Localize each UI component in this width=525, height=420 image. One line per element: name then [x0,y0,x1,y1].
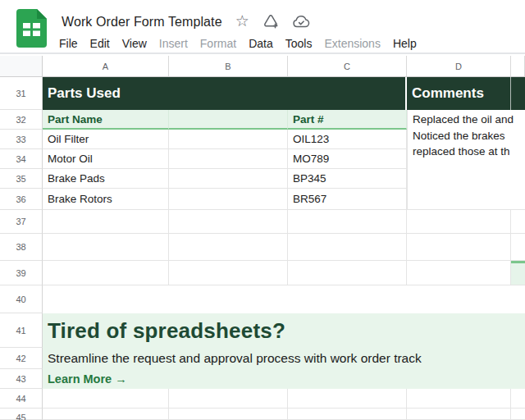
learn-more-link[interactable]: Learn More → [43,369,525,389]
cell-d37[interactable] [407,210,511,234]
row-39-empty: 39 [0,261,525,285]
cell-e44[interactable] [511,389,525,409]
cell-a44[interactable] [43,389,169,409]
row-38-empty: 38 [0,234,525,261]
row-header-38[interactable]: 38 [0,234,43,261]
cell-b39[interactable] [169,261,288,285]
cell-e31[interactable] [511,77,525,110]
cell-a37[interactable] [43,210,169,234]
menu-data[interactable]: Data [247,37,275,50]
cell-a39[interactable] [43,261,169,285]
sheets-logo[interactable] [16,9,47,48]
cell-b38[interactable] [169,234,288,261]
cell-part-name[interactable]: Brake Rotors [43,189,169,210]
cell-b32[interactable] [169,110,288,130]
column-header-e[interactable] [511,56,525,77]
row-header-32[interactable]: 32 [0,110,43,130]
promo-body[interactable]: Streamline the request and approval proc… [43,348,525,369]
promo-heading[interactable]: Tired of spreadsheets? [43,313,525,348]
cell-d45[interactable] [407,409,511,420]
row-41-promo-heading: 41 Tired of spreadsheets? [0,313,525,348]
cell-c38[interactable] [288,234,407,261]
cell-e39-green[interactable] [511,261,525,285]
menu-view[interactable]: View [121,37,148,50]
row-37-empty: 37 [0,210,525,234]
row-43-promo-cta: 43 Learn More → [0,369,525,389]
toolbar-divider [0,52,525,54]
cell-c44[interactable] [288,389,407,409]
cell-c39[interactable] [288,261,407,285]
row-31-section-headers: 31 Parts Used Comments [0,77,525,110]
cell-e38[interactable] [511,234,525,261]
column-header-b[interactable]: B [169,56,288,77]
row-header-42[interactable]: 42 [0,348,43,369]
select-all-corner[interactable] [0,56,43,77]
cell-d44[interactable] [407,389,511,409]
row-header-34[interactable]: 34 [0,149,43,169]
cell-comments-title[interactable]: Comments [407,77,511,110]
cell-comments-text[interactable]: Replaced the oil and Noticed the brakes … [407,110,525,210]
cell-a38[interactable] [43,234,169,261]
cell-c37[interactable] [288,210,407,234]
row-header-43[interactable]: 43 [0,369,43,389]
cell-b34[interactable] [169,149,288,169]
menu-tools[interactable]: Tools [284,37,314,50]
menu-bar: File Edit View Insert Format Data Tools … [57,37,418,50]
menu-file[interactable]: File [57,37,80,50]
row-header-37[interactable]: 37 [0,210,43,234]
column-header-d[interactable]: D [407,56,511,77]
row-header-40[interactable]: 40 [0,285,43,313]
cell-part-name[interactable]: Motor Oil [43,149,169,169]
cell-part-number[interactable]: MO789 [288,149,407,169]
row-42-promo-body: 42 Streamline the request and approval p… [0,348,525,369]
cell-parts-used-title[interactable]: Parts Used [43,77,407,110]
cell-part-name-header[interactable]: Part Name [43,110,169,130]
menu-edit[interactable]: Edit [89,37,112,50]
row-header-35[interactable]: 35 [0,169,43,189]
cell-b37[interactable] [169,210,288,234]
cell-b45[interactable] [169,409,288,420]
row-45-partial: 45 [0,409,525,420]
row-header-44[interactable]: 44 [0,389,43,409]
cell-part-number[interactable]: BP345 [288,169,407,189]
column-header-c[interactable]: C [288,56,407,77]
doc-title[interactable]: Work Order Form Template [62,15,222,30]
cell-b35[interactable] [169,169,288,189]
cell-part-number[interactable]: OIL123 [288,130,407,149]
cell-c45[interactable] [288,409,407,420]
cell-d39[interactable] [407,261,511,285]
row-header-36[interactable]: 36 [0,189,43,210]
cloud-saved-status-icon[interactable] [292,15,310,29]
cell-part-name[interactable]: Oil Filter [43,130,169,149]
cell-part-number[interactable]: BR567 [288,189,407,210]
cell-d38[interactable] [407,234,511,261]
row-header-31[interactable]: 31 [0,77,43,110]
menu-help[interactable]: Help [391,37,418,50]
google-sheets-app: Work Order Form Template ☆ File Edit Vie… [0,0,525,420]
cell-a45[interactable] [43,409,169,420]
cell-b44[interactable] [169,389,288,409]
menu-insert[interactable]: Insert [158,37,189,50]
menu-format[interactable]: Format [199,37,238,50]
cell-part-name[interactable]: Brake Pads [43,169,169,189]
cell-e45[interactable] [511,409,525,420]
menu-extensions[interactable]: Extensions [322,37,381,50]
cell-e37[interactable] [511,210,525,234]
star-icon[interactable]: ☆ [235,13,249,29]
cell-part-number-header[interactable]: Part # [288,110,407,130]
row-40-empty: 40 [0,285,525,313]
column-header-a[interactable]: A [43,56,169,77]
column-header-row: A B C D [0,56,525,77]
cell-b33[interactable] [169,130,288,149]
row-header-39[interactable]: 39 [0,261,43,285]
cell-b36[interactable] [169,189,288,210]
add-shortcut-to-drive-icon[interactable] [262,14,279,30]
row-header-41[interactable]: 41 [0,313,43,348]
cell-a40-merged[interactable] [43,285,525,313]
row-44-empty: 44 [0,389,525,409]
sheets-logo-icon [16,9,47,48]
row-header-33[interactable]: 33 [0,130,43,149]
row-header-45[interactable]: 45 [0,409,43,420]
